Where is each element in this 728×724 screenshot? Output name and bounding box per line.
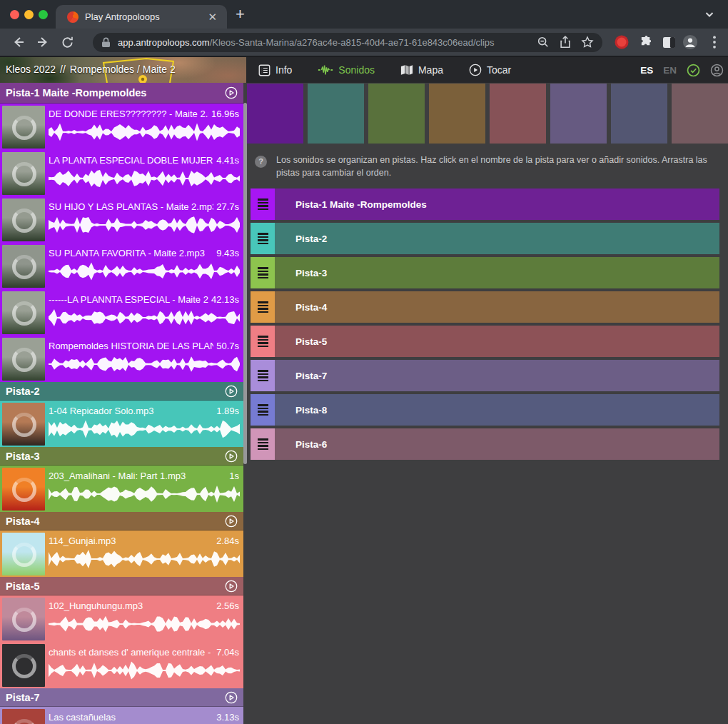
clip-item[interactable]: ------LA PLANNTA ESPECIAL - Maite 2.mp34…	[0, 289, 243, 336]
track-row[interactable]: Pista-4	[251, 291, 719, 323]
nav-item-sonidos[interactable]: Sonidos	[308, 57, 385, 83]
track-header[interactable]: Pista-4	[0, 512, 243, 531]
clip-thumbnail	[2, 291, 45, 334]
track-header[interactable]: Pista-7	[0, 688, 243, 707]
clip-item[interactable]: chants et danses d' amerique centrale - …	[0, 642, 243, 688]
extensions-puzzle-icon[interactable]	[638, 34, 654, 50]
drag-handle[interactable]	[251, 291, 275, 323]
lang-es-button[interactable]: ES	[640, 65, 653, 76]
lock-icon[interactable]	[101, 37, 111, 48]
track-row[interactable]: Pista-3	[251, 257, 719, 288]
clip-item[interactable]: SU PLANTA FAVORITA - Maite 2.mp39.43s	[0, 243, 243, 289]
clip-item[interactable]: SU HIJO Y LAS PLANTAS - Maite 2.mp327.7s	[0, 196, 243, 243]
play-track-button[interactable]	[225, 450, 238, 463]
play-track-button[interactable]	[225, 385, 238, 398]
clip-waveform	[49, 169, 240, 188]
drag-handle[interactable]	[251, 360, 275, 391]
clip-duration: 1.89s	[216, 406, 239, 416]
drag-handle[interactable]	[251, 188, 275, 220]
drag-handle-icon	[258, 403, 268, 417]
drag-handle[interactable]	[251, 428, 275, 460]
track-row[interactable]: Pista-6	[251, 428, 719, 460]
sidebar-scrollbar[interactable]	[243, 103, 247, 464]
breadcrumb-map-banner[interactable]: Kleos 2022//Rompemoldes / Maite 2	[0, 57, 246, 83]
zoom-level-icon[interactable]	[535, 34, 551, 50]
loop-ring-icon	[12, 478, 36, 502]
track-header[interactable]: Pista-1 Maite -Rompemoldes	[0, 83, 243, 104]
recording-extension-icon[interactable]	[614, 34, 630, 50]
clip-item[interactable]: 203_Amalihani - Mali: Part 1.mp31s	[0, 466, 243, 512]
play-track-button[interactable]	[225, 580, 238, 593]
tab-search-chevron-icon[interactable]	[704, 9, 715, 20]
drag-handle[interactable]	[251, 257, 275, 288]
address-bar[interactable]: app.antropoloops.com/Kleos-Santa-Marina/…	[93, 33, 602, 52]
favicon-icon	[67, 11, 79, 23]
clip-thumbnail	[2, 106, 45, 149]
nav-item-tocar[interactable]: Tocar	[459, 57, 521, 83]
track-color-swatch	[490, 84, 546, 144]
track-row[interactable]: Pista-5	[251, 326, 719, 357]
new-tab-button[interactable]: +	[236, 6, 245, 22]
info-list-icon	[258, 64, 271, 76]
reload-button[interactable]	[59, 34, 76, 51]
tab-close-icon[interactable]: ✕	[205, 11, 220, 24]
share-icon[interactable]	[557, 34, 573, 50]
play-track-button[interactable]	[225, 515, 238, 528]
track-row[interactable]: Pista-8	[251, 394, 719, 426]
drag-handle[interactable]	[251, 394, 275, 426]
clips-sidebar[interactable]: Pista-1 Maite -Rompemoldes DE DONDE ERES…	[0, 83, 243, 724]
drag-handle[interactable]	[251, 223, 275, 254]
drag-handle-icon	[258, 368, 268, 383]
track-row[interactable]: Pista-7	[251, 360, 719, 391]
clip-duration: 50.7s	[216, 341, 239, 351]
clip-waveform	[49, 614, 240, 634]
drag-handle[interactable]	[251, 326, 275, 357]
browser-menu-kebab-icon[interactable]	[707, 34, 722, 50]
sidebar-track-section: Pista-5 102_Hunguhungu.mp32.56s chants e…	[0, 577, 243, 688]
forward-button[interactable]	[34, 34, 51, 51]
track-header[interactable]: Pista-3	[0, 447, 243, 466]
drag-handle-icon	[258, 437, 268, 451]
track-row[interactable]: Pista-2	[251, 223, 719, 254]
nav-item-info[interactable]: Info	[248, 57, 302, 83]
waveform-icon	[318, 64, 333, 76]
back-button[interactable]	[10, 34, 27, 51]
track-header[interactable]: Pista-2	[0, 382, 243, 401]
clip-item[interactable]: Las castañuelas3.13s	[0, 707, 243, 724]
app-content: Pista-1 Maite -Rompemoldes DE DONDE ERES…	[0, 83, 728, 724]
profile-avatar[interactable]	[682, 34, 698, 50]
browser-tab[interactable]: Play Antropoloops ✕	[56, 5, 227, 29]
clip-item[interactable]: LA PLANTA ESPECIAL DOBLE MUJER - Mai...4…	[0, 150, 243, 196]
clip-name: DE DONDE ERES???????? - Maite 2.mp3	[49, 109, 208, 119]
clip-item[interactable]: Rompemoldes HISTORIA DE LAS PLANTAS...50…	[0, 336, 243, 382]
clip-name: 114_Gunjai.mp3	[49, 536, 213, 546]
play-track-button[interactable]	[225, 691, 238, 704]
clip-item[interactable]: 1-04 Repicador Solo.mp31.89s	[0, 401, 243, 447]
track-row[interactable]: Pista-1 Maite -Rompemoldes	[251, 188, 719, 220]
track-header[interactable]: Pista-5	[0, 577, 243, 595]
clip-name: SU PLANTA FAVORITA - Maite 2.mp3	[49, 248, 213, 258]
clip-name: Las castañuelas	[49, 712, 213, 723]
clip-thumbnail	[2, 338, 45, 381]
clip-name: SU HIJO Y LAS PLANTAS - Maite 2.mp3	[49, 201, 213, 212]
play-track-button[interactable]	[225, 86, 238, 99]
window-zoom-button[interactable]	[39, 10, 48, 19]
clip-item[interactable]: 102_Hunguhungu.mp32.56s	[0, 595, 243, 642]
nav-item-mapa[interactable]: Mapa	[390, 57, 453, 83]
saved-check-icon	[687, 64, 700, 77]
clip-item[interactable]: DE DONDE ERES???????? - Maite 2.mp316.96…	[0, 104, 243, 150]
bookmark-star-icon[interactable]	[580, 34, 595, 50]
clip-duration: 42.13s	[211, 294, 239, 305]
window-minimize-button[interactable]	[24, 10, 34, 19]
side-panel-icon[interactable]	[661, 34, 677, 50]
clip-duration: 2.84s	[216, 536, 239, 546]
lang-en-button[interactable]: EN	[663, 65, 677, 76]
browser-toolbar: app.antropoloops.com/Kleos-Santa-Marina/…	[0, 29, 728, 56]
drag-handle-icon	[258, 197, 268, 211]
clip-waveform	[49, 484, 240, 504]
clip-item[interactable]: 114_Gunjai.mp32.84s	[0, 531, 243, 577]
account-icon[interactable]	[710, 64, 724, 77]
window-close-button[interactable]	[10, 10, 19, 19]
clip-duration: 4.41s	[216, 155, 239, 166]
track-color-swatch	[247, 84, 303, 144]
